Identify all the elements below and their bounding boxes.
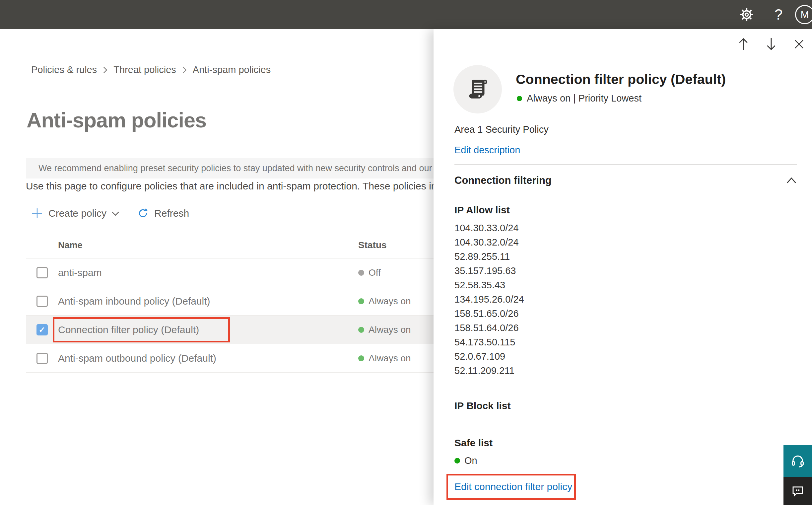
table-row[interactable]: Anti-spam inbound policy (Default) Alway…	[26, 287, 433, 316]
page-title: Anti-spam policies	[26, 108, 206, 132]
ip-entry: 35.157.195.63	[454, 264, 524, 278]
banner-text: We recommend enabling preset security po…	[38, 163, 433, 174]
breadcrumb-policies-rules[interactable]: Policies & rules	[31, 64, 97, 75]
column-header-status: Status	[358, 240, 433, 250]
flyout-title: Connection filter policy (Default)	[516, 72, 726, 87]
policy-status: Always on	[358, 353, 433, 364]
row-checkbox[interactable]	[36, 267, 48, 278]
edit-connection-filter-policy-link[interactable]: Edit connection filter policy	[454, 481, 572, 492]
breadcrumb-threat-policies[interactable]: Threat policies	[114, 64, 176, 75]
status-dot-icon	[358, 355, 364, 361]
row-checkbox-checked[interactable]	[36, 324, 48, 335]
refresh-label: Refresh	[154, 208, 189, 219]
ip-entry: 158.51.64.0/26	[454, 321, 524, 335]
policy-name: Anti-spam inbound policy (Default)	[58, 296, 358, 307]
feedback-button[interactable]	[784, 477, 812, 505]
ip-entry: 158.51.65.0/26	[454, 307, 524, 321]
toolbar: Create policy Refresh	[31, 205, 194, 222]
support-button[interactable]	[784, 445, 812, 477]
table-row[interactable]: anti-spam Off	[26, 259, 433, 287]
row-checkbox[interactable]	[36, 353, 48, 364]
policy-icon-circle	[453, 65, 502, 114]
table-header: Name Status	[26, 232, 433, 259]
policies-table: Name Status anti-spam Off Anti-spam inbo…	[26, 232, 433, 373]
help-icon: ?	[775, 6, 783, 23]
refresh-icon	[137, 207, 149, 219]
close-flyout-button[interactable]	[793, 38, 805, 50]
annotation-box-edit-link: Edit connection filter policy	[446, 474, 576, 500]
plus-icon	[31, 207, 43, 219]
ip-entry: 104.30.33.0/24	[454, 221, 524, 235]
gear-icon	[739, 7, 754, 22]
connection-filtering-section-header[interactable]: Connection filtering	[454, 175, 797, 186]
policy-name: Connection filter policy (Default)	[58, 324, 199, 335]
settings-button[interactable]	[738, 0, 756, 29]
policy-name: anti-spam	[58, 267, 358, 278]
create-policy-button[interactable]: Create policy	[31, 207, 120, 219]
close-icon	[794, 39, 804, 49]
next-item-button[interactable]	[765, 38, 778, 50]
status-dot-icon	[358, 298, 364, 304]
chevron-up-icon	[786, 177, 797, 184]
policy-status: Always on	[358, 325, 433, 335]
help-button[interactable]: ?	[770, 0, 787, 29]
breadcrumb: Policies & rules Threat policies Anti-sp…	[31, 64, 271, 75]
arrow-up-icon	[737, 37, 749, 51]
ip-block-list-title: IP Block list	[454, 400, 511, 411]
chevron-right-icon	[182, 66, 187, 74]
page-intro: Use this page to configure policies that…	[26, 180, 433, 192]
row-checkbox[interactable]	[36, 296, 48, 307]
policy-status: Off	[358, 268, 433, 278]
ip-entry: 134.195.26.0/24	[454, 292, 524, 307]
policy-description: Area 1 Security Policy	[454, 124, 549, 135]
chevron-down-icon	[111, 210, 120, 216]
create-policy-label: Create policy	[48, 208, 107, 219]
refresh-button[interactable]: Refresh	[137, 207, 194, 219]
safe-list-title: Safe list	[454, 437, 492, 449]
ip-entry: 52.11.209.211	[454, 364, 524, 378]
policy-detail-flyout: Connection filter policy (Default) Alway…	[433, 29, 812, 505]
recommendation-banner: We recommend enabling preset security po…	[26, 158, 433, 178]
security-center-page: ? M Policies & rules Threat policies Ant…	[0, 0, 812, 505]
status-dot-icon	[454, 458, 460, 464]
breadcrumb-anti-spam-policies[interactable]: Anti-spam policies	[193, 64, 271, 75]
divider	[454, 165, 797, 165]
column-header-name: Name	[58, 240, 358, 250]
ip-allow-list: 104.30.33.0/24 104.30.32.0/24 52.89.255.…	[454, 221, 524, 378]
status-dot-icon	[358, 327, 364, 333]
ip-allow-list-title: IP Allow list	[454, 204, 510, 216]
ip-entry: 104.30.32.0/24	[454, 235, 524, 249]
status-dot-icon	[358, 270, 364, 276]
ip-entry: 52.58.35.43	[454, 278, 524, 292]
arrow-down-icon	[765, 37, 777, 51]
annotation-box-row: Connection filter policy (Default)	[53, 317, 230, 342]
section-title: Connection filtering	[454, 175, 552, 186]
edit-description-link[interactable]: Edit description	[454, 145, 520, 156]
headset-icon	[790, 453, 805, 469]
avatar: M	[795, 5, 812, 24]
chevron-right-icon	[103, 66, 108, 74]
flyout-nav	[737, 38, 805, 50]
ip-entry: 52.0.67.109	[454, 349, 524, 364]
status-dot-icon	[517, 96, 522, 101]
table-row[interactable]: Anti-spam outbound policy (Default) Alwa…	[26, 344, 433, 373]
ip-entry: 54.173.50.115	[454, 335, 524, 349]
account-button[interactable]: M	[795, 0, 812, 29]
ip-entry: 52.89.255.11	[454, 249, 524, 264]
previous-item-button[interactable]	[737, 38, 750, 50]
policy-status: Always on	[358, 296, 433, 307]
flyout-status-line: Always on | Priority Lowest	[517, 93, 641, 104]
table-row-selected[interactable]: Connection filter policy (Default) Alway…	[26, 316, 433, 344]
policy-name: Anti-spam outbound policy (Default)	[58, 353, 358, 364]
topbar: ? M	[0, 0, 812, 29]
scroll-icon	[464, 76, 491, 103]
safe-list-status: On	[454, 455, 477, 466]
feedback-chat-icon	[791, 484, 805, 498]
